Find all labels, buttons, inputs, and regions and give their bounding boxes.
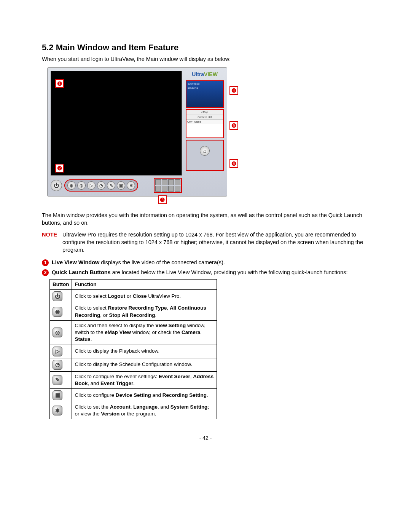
button-icon: ◎ xyxy=(53,328,62,337)
table-row: ⏻Click to select Logout or Close UltraVi… xyxy=(50,290,217,303)
item-2-badge: 2 xyxy=(42,269,49,276)
button-icon: ✱ xyxy=(53,406,62,415)
button-icon: ✎ xyxy=(53,375,62,385)
power-icon: ⏻ xyxy=(51,180,62,191)
note-label: NOTE xyxy=(42,231,59,254)
item-2: 2 Quick Launch Buttons are located below… xyxy=(42,269,369,276)
callout-2: ❷ xyxy=(55,164,64,173)
preview-panel: 12/2/2010 18:33:41 xyxy=(186,80,224,108)
play-icon: ▷ xyxy=(87,181,96,190)
callout-4: ❹ xyxy=(229,86,238,95)
function-cell: Click to configure Device Setting and Re… xyxy=(72,388,217,402)
item-1: 1 Live View Window displays the live vid… xyxy=(42,259,369,267)
button-icon: ◉ xyxy=(53,307,62,317)
button-icon-cell: ⏻ xyxy=(50,290,72,303)
callout-6: ❻ xyxy=(229,159,238,168)
table-row: ▷Click to display the Playback window. xyxy=(50,345,217,358)
note-block: NOTE UltraView Pro requires the resoluti… xyxy=(42,231,369,254)
app-logo: UltraVIEW xyxy=(186,71,224,78)
button-icon-cell: ▷ xyxy=(50,345,72,358)
button-icon-cell: ▣ xyxy=(50,388,72,402)
table-row: ✱Click to set the Account, Language, and… xyxy=(50,402,217,419)
function-cell: Click to set the Account, Language, and … xyxy=(72,402,217,419)
table-row: ◉Click to select Restore Recording Type,… xyxy=(50,303,217,320)
table-row: ✎Click to configure the event settings: … xyxy=(50,371,217,388)
function-cell: Click to display the Playback window. xyxy=(72,345,217,358)
function-cell: Click and then select to display the Vie… xyxy=(72,320,217,345)
schedule-icon: ◔ xyxy=(97,181,105,190)
button-icon: ◔ xyxy=(53,360,62,370)
item-1-badge: 1 xyxy=(42,259,49,266)
button-icon: ▣ xyxy=(53,390,62,400)
device-icon: ▣ xyxy=(117,181,125,190)
th-function: Function xyxy=(72,280,217,290)
button-icon: ⏻ xyxy=(53,291,62,301)
view-icon: ◎ xyxy=(77,181,86,190)
note-text: UltraView Pro requires the resolution se… xyxy=(62,231,369,254)
record-icon: ◉ xyxy=(67,181,76,190)
button-icon-cell: ✎ xyxy=(50,371,72,388)
callout-1: ❶ xyxy=(55,79,64,88)
intro-paragraph: When you start and login to UltraView, t… xyxy=(42,56,369,63)
main-window-screenshot: ⏻ ◉ ◎ ▷ ◔ ✎ ▣ ✱ UltraVIEW 12/2/2010 18:3… xyxy=(47,67,227,197)
live-view-window xyxy=(51,71,182,176)
function-table: Button Function ⏻Click to select Logout … xyxy=(49,279,217,419)
button-icon-cell: ◎ xyxy=(50,320,72,345)
event-icon: ✎ xyxy=(107,181,115,190)
callout-5: ❺ xyxy=(229,121,238,130)
button-icon-cell: ◔ xyxy=(50,358,72,371)
table-row: ◎Click and then select to display the Vi… xyxy=(50,320,217,345)
function-cell: Click to display the Schedule Configurat… xyxy=(72,358,217,371)
camera-list-panel: eMap Camera List CH# Name xyxy=(186,109,224,138)
control-panel: ⌂ xyxy=(186,140,224,171)
table-row: ▣Click to configure Device Setting and R… xyxy=(50,388,217,402)
button-icon-cell: ✱ xyxy=(50,402,72,419)
table-row: ◔Click to display the Schedule Configura… xyxy=(50,358,217,371)
description-paragraph: The Main window provides you with the in… xyxy=(42,212,369,227)
function-cell: Click to select Logout or Close UltraVie… xyxy=(72,290,217,303)
function-cell: Click to configure the event settings: E… xyxy=(72,371,217,388)
th-button: Button xyxy=(50,280,72,290)
function-cell: Click to select Restore Recording Type, … xyxy=(72,303,217,320)
home-icon: ⌂ xyxy=(200,146,210,156)
quick-launch-bar: ◉ ◎ ▷ ◔ ✎ ▣ ✱ xyxy=(64,179,138,192)
callout-3: ❸ xyxy=(158,195,167,204)
page-number: - 42 - xyxy=(42,435,369,442)
section-heading: 5.2 Main Window and Item Feature xyxy=(42,42,369,53)
button-icon-cell: ◉ xyxy=(50,303,72,320)
button-icon: ▷ xyxy=(53,347,62,356)
layout-grid xyxy=(154,178,182,193)
settings-icon: ✱ xyxy=(127,181,135,190)
